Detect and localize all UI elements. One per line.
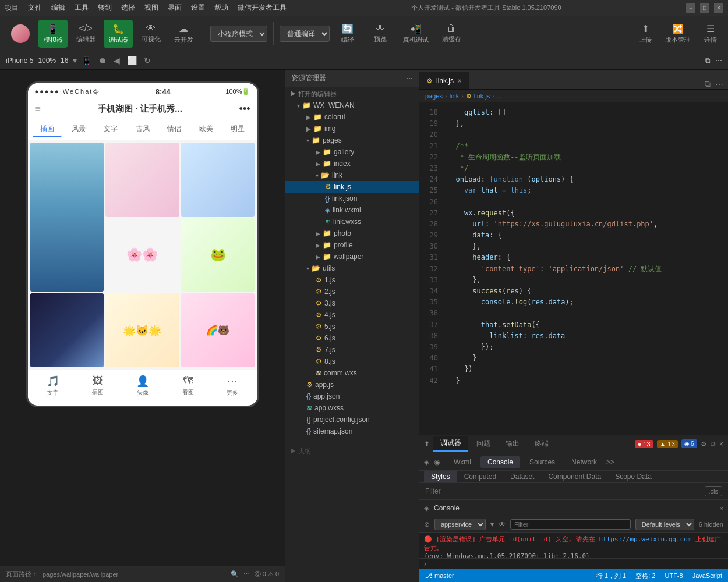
menu-item-settings[interactable]: 设置 <box>191 3 205 13</box>
style-tab-scope-data[interactable]: Scope Data <box>608 471 659 482</box>
editor-button[interactable]: </> 编辑器 <box>71 20 100 48</box>
menu-item-interface[interactable]: 界面 <box>168 3 182 13</box>
phone-nav-item-map[interactable]: 🗺 看图 <box>182 375 194 397</box>
console-no-filter-icon[interactable]: ⊘ <box>424 520 430 528</box>
avatar-button[interactable] <box>6 20 35 48</box>
tree-item-commwxs[interactable]: ≋ comm.wxs <box>285 367 419 379</box>
inner-tab-network[interactable]: Network <box>564 456 604 468</box>
tree-item-photo[interactable]: ▶ 📁 photo <box>285 228 419 239</box>
breadcrumb-link[interactable]: link <box>450 93 460 100</box>
menu-item-project[interactable]: 项目 <box>5 3 19 13</box>
inner-tab-more[interactable]: >> <box>606 458 614 466</box>
tree-item-4js[interactable]: ⚙ 4.js <box>285 309 419 321</box>
devtools-tab-debugger[interactable]: 调试器 <box>433 436 468 452</box>
mode-select[interactable]: 小程序模式 <box>210 26 267 42</box>
phone-gallery-item[interactable]: 🐸 <box>181 218 255 292</box>
preview-button[interactable]: 👁 预览 <box>366 20 395 48</box>
menu-item-view[interactable]: 视图 <box>144 3 158 13</box>
devtools-settings-icon[interactable]: ⚙ <box>701 440 707 448</box>
phone-tab-scenery[interactable]: 风景 <box>64 122 94 137</box>
devtools-collapse-icon[interactable]: ⬆ <box>424 440 430 448</box>
inner-tab-console[interactable]: Console <box>480 456 520 468</box>
tree-item-sitemapjson[interactable]: {} sitemap.json <box>285 425 419 437</box>
detail-button[interactable]: ☰ 详情 <box>699 20 722 48</box>
explorer-more[interactable]: ⋯ <box>406 74 413 83</box>
tree-item-5js[interactable]: ⚙ 5.js <box>285 321 419 332</box>
split-editor-icon[interactable]: ⧉ <box>705 79 711 89</box>
back-icon[interactable]: ◀ <box>114 56 120 65</box>
style-tab-computed[interactable]: Computed <box>457 471 503 482</box>
phone-tab-couple[interactable]: 情侣 <box>160 122 189 137</box>
console-levels-select[interactable]: Default levels <box>635 519 694 530</box>
phone-gallery-item[interactable] <box>181 143 255 217</box>
simulator-button[interactable]: 📱 模拟器 <box>38 20 68 48</box>
tree-item-7js[interactable]: ⚙ 7.js <box>285 344 419 356</box>
phone-gallery-item[interactable]: 🌈🐻 <box>181 293 255 367</box>
devtools-tab-output[interactable]: 输出 <box>499 436 526 451</box>
version-mgr-button[interactable]: 🔀 版本管理 <box>660 20 695 48</box>
tree-item-2js[interactable]: ⚙ 2.js <box>285 286 419 297</box>
clear-cache-button[interactable]: 🗑 清缓存 <box>437 20 466 48</box>
tree-item-wallpaper[interactable]: ▶ 📁 wallpaper <box>285 251 419 262</box>
menu-item-tools[interactable]: 工具 <box>75 3 89 13</box>
tree-item-link-json[interactable]: {} link.json <box>285 193 419 204</box>
editor-more-icon[interactable]: ⋯ <box>715 80 723 89</box>
phone-gallery-item[interactable]: 🌸🌸 <box>105 218 179 292</box>
tree-item-pages[interactable]: ▾ 📁 pages <box>285 134 419 146</box>
cloud-button[interactable]: ☁ 云开发 <box>169 20 198 48</box>
tree-item-8js[interactable]: ⚙ 8.js <box>285 356 419 367</box>
menu-item-select[interactable]: 选择 <box>121 3 135 13</box>
console-error-link[interactable]: https://mp.weixin.qq.com <box>599 535 691 543</box>
tree-item-link-wxss[interactable]: ≋ link.wxss <box>285 216 419 228</box>
phone-gallery-item[interactable] <box>30 143 104 292</box>
phone-gallery-item[interactable]: 🌟🐱🌟 <box>105 293 179 367</box>
home-icon[interactable]: ⬜ <box>127 56 137 65</box>
console-input[interactable] <box>430 560 723 568</box>
phone-gallery-item[interactable] <box>30 293 104 367</box>
console-filter-input[interactable] <box>510 519 631 530</box>
tree-item-utils[interactable]: ▾ 📂 utils <box>285 262 419 274</box>
maximize-button[interactable]: □ <box>700 3 709 13</box>
phone-tab-star[interactable]: 明星 <box>223 122 253 137</box>
phone-gallery-item[interactable] <box>105 143 179 217</box>
compile-button[interactable]: 🔄 编译 <box>333 20 362 48</box>
tree-item-appjs[interactable]: ⚙ app.js <box>285 379 419 391</box>
minimize-button[interactable]: － <box>686 3 695 13</box>
tree-item-img[interactable]: ▶ 📁 img <box>285 123 419 134</box>
tree-item-3js[interactable]: ⚙ 3.js <box>285 297 419 309</box>
tree-item-colorui[interactable]: ▶ 📁 colorui <box>285 111 419 123</box>
status-branch[interactable]: ⎇ master <box>425 572 454 580</box>
visualize-button[interactable]: 👁 可视化 <box>136 20 165 48</box>
tab-close-button[interactable]: × <box>457 76 462 86</box>
tree-item-6js[interactable]: ⚙ 6.js <box>285 332 419 344</box>
rotate-icon[interactable]: ↻ <box>144 56 151 65</box>
phone-nav-item-avatar[interactable]: 👤 头像 <box>136 375 149 397</box>
chevron-down-icon[interactable]: ▾ <box>73 56 77 65</box>
devtools-close-icon[interactable]: × <box>719 440 723 448</box>
style-tab-dataset[interactable]: Dataset <box>503 471 541 482</box>
devtools-tab-problems[interactable]: 问题 <box>469 436 497 451</box>
menu-item-file[interactable]: 文件 <box>28 3 42 13</box>
appservice-select[interactable]: appservice <box>434 519 486 530</box>
phone-tab-text[interactable]: 文字 <box>96 122 126 137</box>
inner-tab-sources[interactable]: Sources <box>522 456 562 468</box>
phone-tab-ancient[interactable]: 古风 <box>128 122 157 137</box>
phone-nav-item-text[interactable]: 🎵 文字 <box>47 375 59 397</box>
devtools-inner-back[interactable]: ◉ <box>434 458 440 466</box>
phone-nav-item-more[interactable]: ⋯ 更多 <box>227 375 238 397</box>
inspect-icon[interactable]: 🔍 <box>231 570 239 578</box>
phone-tab-western[interactable]: 欧美 <box>191 122 221 137</box>
compile-mode-select[interactable]: 普通编译 <box>280 26 330 42</box>
editor-tab-linkjs[interactable]: ⚙ link.js × <box>419 72 469 89</box>
breadcrumb-linkjs[interactable]: link.js <box>474 93 490 100</box>
style-tab-component-data[interactable]: Component Data <box>541 471 608 482</box>
tree-item-projectconfig[interactable]: {} project.config.json <box>285 414 419 425</box>
tree-item-gallery[interactable]: ▶ 📁 gallery <box>285 146 419 158</box>
menu-item-help[interactable]: 帮助 <box>214 3 228 13</box>
upload-button[interactable]: ⬆ 上传 <box>634 20 657 48</box>
code-content[interactable]: gglist: [] }, /** * 生命周期函数--监听页面加载 */ on… <box>443 102 728 435</box>
console-close-icon[interactable]: × <box>720 505 723 512</box>
filter-input[interactable] <box>425 487 705 495</box>
style-tab-styles[interactable]: Styles <box>424 471 457 482</box>
footer-more[interactable]: ▶ 大纲 <box>290 448 311 455</box>
